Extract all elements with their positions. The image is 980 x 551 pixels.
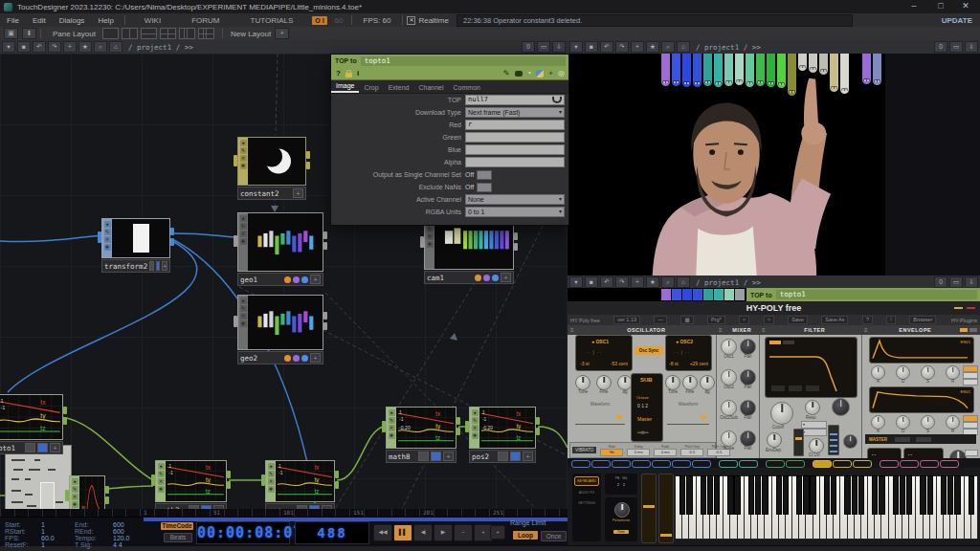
- pane-type-icon[interactable]: ■: [17, 41, 31, 53]
- node-add-button[interactable]: +: [162, 261, 167, 271]
- pause-button[interactable]: ▌▌: [393, 524, 412, 541]
- node-flag-icon[interactable]: ❖: [240, 163, 247, 169]
- pane-menu-icon[interactable]: ▾: [569, 276, 583, 288]
- plugin-tab-keyboard[interactable]: KEYBOARD: [574, 476, 599, 486]
- node-flag-icon[interactable]: ●: [472, 409, 479, 416]
- input-connector[interactable]: [420, 236, 424, 248]
- output-connector[interactable]: [514, 243, 518, 251]
- piano-black-key[interactable]: [927, 475, 933, 515]
- beats-mode-button[interactable]: Beats: [164, 533, 192, 542]
- filter-key-dropdown[interactable]: ▾: [801, 429, 827, 436]
- add-icon[interactable]: +: [631, 276, 644, 288]
- input-connector[interactable]: [98, 231, 101, 243]
- piano-black-key[interactable]: [852, 475, 858, 515]
- python-icon[interactable]: [536, 70, 544, 77]
- mixer-osc2sub-pan-knob[interactable]: [740, 400, 756, 416]
- piano-black-key[interactable]: [803, 475, 809, 515]
- node-name-label[interactable]: transform2+: [101, 259, 170, 273]
- mod-slot-button[interactable]: [652, 460, 671, 468]
- node-pos[interactable]: ●✎✕❖ tx ty tz 1 -1 pos+: [265, 460, 335, 509]
- bookmark-icon[interactable]: ★: [646, 276, 659, 288]
- menu-dialogs[interactable]: Dialogs: [53, 16, 92, 25]
- pitch-wheel[interactable]: [641, 474, 657, 543]
- node-add-button[interactable]: +: [501, 273, 511, 282]
- layout-preset-1[interactable]: [102, 28, 119, 39]
- render-flag-dot[interactable]: [492, 275, 499, 281]
- env-target-box[interactable]: [963, 372, 978, 379]
- node-flag-icon[interactable]: ●: [240, 140, 247, 146]
- menu-file[interactable]: File: [0, 16, 26, 25]
- envdep-knob[interactable]: [767, 432, 782, 448]
- input-connector[interactable]: [234, 155, 237, 166]
- piano-black-key[interactable]: [947, 475, 953, 515]
- output-connector[interactable]: [323, 231, 327, 239]
- node-flag-box[interactable]: [25, 443, 35, 452]
- menu-icon[interactable]: ≡: [762, 327, 766, 333]
- node-add-button[interactable]: +: [310, 275, 321, 284]
- param-field-red[interactable]: r: [465, 120, 565, 130]
- output-knob[interactable]: [843, 434, 858, 449]
- mail-icon[interactable]: ▣: [4, 28, 18, 39]
- back-icon[interactable]: ↶: [600, 276, 613, 288]
- node-flag-icon[interactable]: ❖: [158, 486, 165, 493]
- magnet-icon[interactable]: [552, 97, 562, 103]
- mod-slot-button[interactable]: [853, 460, 872, 468]
- mixer-osc1-pan-knob[interactable]: [740, 339, 756, 355]
- env-a-knob[interactable]: [871, 415, 885, 430]
- mixer-osc2-knob[interactable]: [721, 369, 737, 386]
- mod-slot-button[interactable]: [739, 460, 758, 468]
- output-connector[interactable]: [335, 471, 339, 478]
- mixer-osc2sub-knob[interactable]: [721, 400, 737, 416]
- pane-type-icon[interactable]: ■: [585, 276, 598, 288]
- user-icon[interactable]: ⬇: [22, 28, 36, 39]
- env-s-knob[interactable]: [921, 415, 935, 430]
- maximize-pane-button[interactable]: ▭: [537, 41, 550, 53]
- piano-black-key[interactable]: [755, 475, 761, 515]
- mod-slot-button[interactable]: [571, 460, 590, 468]
- input-connector[interactable]: [261, 474, 265, 486]
- node-flag-icon[interactable]: ✕: [72, 494, 78, 500]
- node-flag-icon[interactable]: ❖: [268, 486, 275, 493]
- mixer-osc1-knob[interactable]: [721, 339, 737, 355]
- node-flag-icon[interactable]: ✕: [268, 478, 275, 485]
- master-subtab[interactable]: [895, 437, 910, 442]
- node-flag-icon[interactable]: ✎: [268, 471, 275, 477]
- input-connector[interactable]: [234, 316, 237, 327]
- plugin-menu--[interactable]: —: [654, 316, 667, 324]
- node-constant2[interactable]: ●✎✕❖ constant2+: [237, 137, 306, 200]
- mod-slot-button[interactable]: [900, 460, 919, 468]
- plugin-menu-browser[interactable]: Browser: [909, 316, 936, 324]
- node-flag-box[interactable]: [156, 261, 161, 271]
- tab-extend[interactable]: Extend: [384, 84, 414, 93]
- node-flag-box[interactable]: [431, 452, 441, 461]
- render-flag-dot[interactable]: [301, 355, 308, 362]
- vibrato-field[interactable]: RateHz: [600, 445, 623, 456]
- piano-black-key[interactable]: [707, 475, 713, 515]
- env-a-knob[interactable]: [871, 365, 885, 380]
- param-field-top[interactable]: null7: [465, 95, 565, 105]
- osc1-display[interactable]: ● OSC1 -3 st -53 cent · · ❘ · ·: [575, 335, 633, 371]
- output-connector[interactable]: [323, 322, 327, 330]
- env-s-knob[interactable]: [921, 365, 935, 380]
- realtime-checkbox[interactable]: ✕: [407, 16, 415, 25]
- node-add-button[interactable]: +: [523, 452, 533, 461]
- env-r-knob[interactable]: [946, 365, 960, 380]
- mod-slot-button[interactable]: [766, 460, 785, 468]
- node-flag-icon[interactable]: ✕: [240, 231, 247, 237]
- mixer-osc2-pan-knob[interactable]: [740, 369, 756, 386]
- node-flag-icon[interactable]: ●: [389, 409, 395, 416]
- portamento-time-button[interactable]: Time: [613, 530, 629, 534]
- add-icon[interactable]: +: [631, 41, 644, 53]
- mod-slot-button[interactable]: [632, 460, 651, 468]
- node-flag-box[interactable]: [510, 452, 521, 461]
- collapse-pane-button[interactable]: ⇩: [965, 276, 978, 288]
- node-add-button[interactable]: +: [293, 188, 303, 198]
- input-connector[interactable]: [234, 235, 237, 247]
- output-connector[interactable]: [105, 496, 109, 504]
- mod-slot-button[interactable]: [692, 460, 711, 468]
- search-icon[interactable]: ⌕: [661, 276, 675, 288]
- network-frame-ruler[interactable]: 151101151201251: [0, 509, 568, 517]
- output-connector[interactable]: [306, 151, 310, 159]
- node-flag-icon[interactable]: ●: [158, 463, 165, 470]
- node-flag-icon[interactable]: ✕: [240, 313, 247, 320]
